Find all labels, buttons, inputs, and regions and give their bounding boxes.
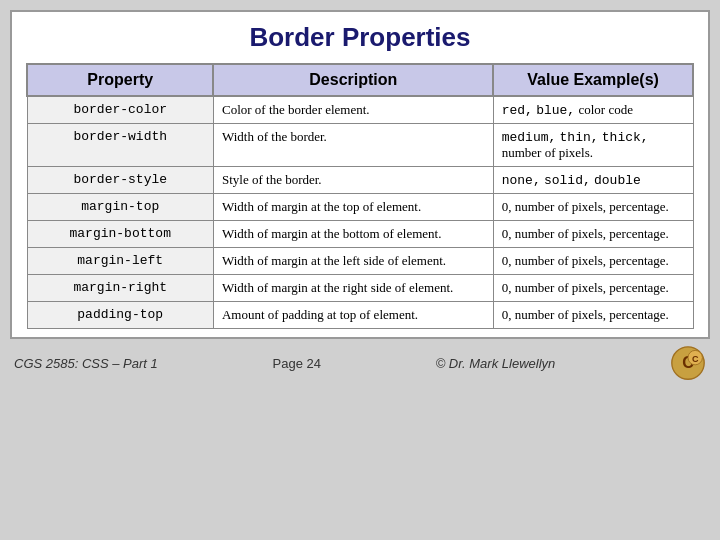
table-row: border-colorColor of the border element.… [27,96,693,124]
value-cell: 0, number of pixels, percentage. [493,194,693,221]
table-row: padding-topAmount of padding at top of e… [27,302,693,329]
table-row: margin-bottomWidth of margin at the bott… [27,221,693,248]
value-cell: red, blue, color code [493,96,693,124]
property-cell: margin-top [27,194,213,221]
footer: CGS 2585: CSS – Part 1 Page 24 © Dr. Mar… [10,345,710,381]
logo-icon: C C [670,345,706,381]
value-cell: 0, number of pixels, percentage. [493,275,693,302]
header-description: Description [213,64,493,96]
value-cell: 0, number of pixels, percentage. [493,221,693,248]
description-cell: Width of margin at the right side of ele… [213,275,493,302]
page-title: Border Properties [26,22,694,53]
description-cell: Color of the border element. [213,96,493,124]
property-cell: border-width [27,124,213,167]
description-cell: Amount of padding at top of element. [213,302,493,329]
value-cell: none, solid, double [493,167,693,194]
property-cell: border-color [27,96,213,124]
property-cell: padding-top [27,302,213,329]
value-cell: medium, thin, thick,number of pixels. [493,124,693,167]
properties-table: Property Description Value Example(s) bo… [26,63,694,329]
svg-text:C: C [692,354,699,364]
property-cell: margin-left [27,248,213,275]
description-cell: Style of the border. [213,167,493,194]
table-header-row: Property Description Value Example(s) [27,64,693,96]
header-value: Value Example(s) [493,64,693,96]
description-cell: Width of the border. [213,124,493,167]
value-cell: 0, number of pixels, percentage. [493,248,693,275]
table-row: margin-leftWidth of margin at the left s… [27,248,693,275]
description-cell: Width of margin at the bottom of element… [213,221,493,248]
table-row: margin-topWidth of margin at the top of … [27,194,693,221]
table-row: border-styleStyle of the border.none, so… [27,167,693,194]
table-row: margin-rightWidth of margin at the right… [27,275,693,302]
property-cell: margin-bottom [27,221,213,248]
header-property: Property [27,64,213,96]
footer-copyright: © Dr. Mark Llewellyn [436,356,556,371]
description-cell: Width of margin at the left side of elem… [213,248,493,275]
footer-course: CGS 2585: CSS – Part 1 [14,356,158,371]
page-container: Border Properties Property Description V… [10,10,710,339]
description-cell: Width of margin at the top of element. [213,194,493,221]
table-row: border-widthWidth of the border.medium, … [27,124,693,167]
value-cell: 0, number of pixels, percentage. [493,302,693,329]
property-cell: border-style [27,167,213,194]
footer-page: Page 24 [273,356,321,371]
property-cell: margin-right [27,275,213,302]
